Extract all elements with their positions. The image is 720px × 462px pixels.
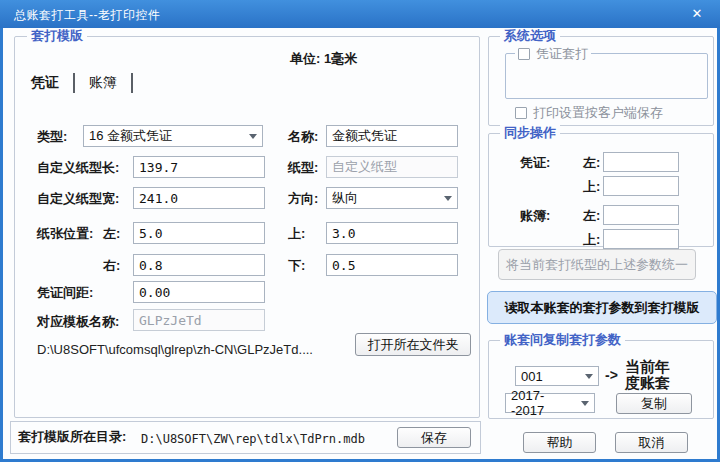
source-account-combobox[interactable]: 001 xyxy=(515,366,599,386)
name-label: 名称: xyxy=(288,128,318,146)
position-top-label: 上: xyxy=(288,225,305,243)
dialog-window: 总账套打工具--老打印控件 ✕ 套打模版 单位: 1毫米 凭证 账簿 类型: 1… xyxy=(0,0,720,462)
orientation-label: 方向: xyxy=(288,190,318,208)
source-account-value: 001 xyxy=(521,369,543,384)
paper-type-label: 纸型: xyxy=(288,159,318,177)
type-combobox-value: 16 金额式凭证 xyxy=(89,127,172,145)
voucher-template-checkbox[interactable]: 凭证套打 xyxy=(515,45,591,63)
sync-operations-groupbox xyxy=(488,133,714,247)
voucher-gap-input[interactable] xyxy=(133,281,265,303)
custom-width-input[interactable] xyxy=(133,187,265,209)
position-bottom-label: 下: xyxy=(288,257,305,275)
cancel-button[interactable]: 取消 xyxy=(615,432,688,453)
sync-book-top-label: 上: xyxy=(583,231,600,249)
sync-book-left-label: 左: xyxy=(583,207,600,225)
copy-button[interactable]: 复制 xyxy=(616,393,692,414)
checkbox-icon xyxy=(518,48,530,60)
tab-separator xyxy=(131,73,133,93)
type-label: 类型: xyxy=(37,128,67,146)
chevron-down-icon xyxy=(585,374,593,379)
sync-voucher-top-label: 上: xyxy=(583,178,600,196)
orientation-combobox-value: 纵向 xyxy=(332,189,358,207)
tab-separator xyxy=(73,73,75,93)
year-range-combobox[interactable]: 2017--2017 xyxy=(505,393,595,413)
template-name-label: 对应模板名称: xyxy=(37,313,119,331)
sync-voucher-label: 凭证: xyxy=(520,154,550,172)
position-left-label: 左: xyxy=(103,225,120,243)
template-dir-value: D:\U8SOFT\ZW\rep\tdlx\TdPrn.mdb xyxy=(141,432,365,446)
position-top-input[interactable] xyxy=(326,222,458,244)
checkbox-icon xyxy=(515,107,527,119)
arrow-icon: -> xyxy=(605,367,618,383)
position-right-input[interactable] xyxy=(133,254,265,276)
client-save-checkbox[interactable]: 打印设置按客户端保存 xyxy=(515,104,663,122)
title-bar: 总账套打工具--老打印控件 ✕ xyxy=(0,0,720,28)
chevron-down-icon xyxy=(444,196,452,201)
sync-book-left-input[interactable] xyxy=(603,205,679,225)
system-options-title: 系统选项 xyxy=(500,28,560,44)
sync-voucher-left-label: 左: xyxy=(583,154,600,172)
unify-params-button: 将当前套打纸型的上述参数统一 xyxy=(498,249,696,280)
custom-length-label: 自定义纸型长: xyxy=(37,159,119,177)
tab-ledger[interactable]: 账簿 xyxy=(83,74,123,92)
target-account-label: 当前年度账套 xyxy=(625,359,675,391)
copy-params-title: 账套间复制套打参数 xyxy=(500,332,625,348)
template-dir-label: 套打模版所在目录: xyxy=(18,428,126,446)
window-title: 总账套打工具--老打印控件 xyxy=(14,7,161,24)
help-button[interactable]: 帮助 xyxy=(523,432,596,453)
sync-operations-title: 同步操作 xyxy=(500,125,560,141)
client-save-checkbox-label: 打印设置按客户端保存 xyxy=(533,104,663,122)
custom-width-label: 自定义纸型宽: xyxy=(37,190,119,208)
close-icon[interactable]: ✕ xyxy=(688,5,706,23)
year-range-value: 2017--2017 xyxy=(511,388,576,418)
chevron-down-icon xyxy=(581,401,589,406)
unit-label: 单位: 1毫米 xyxy=(290,50,357,68)
template-group-title: 套打模版 xyxy=(27,28,87,44)
sync-book-top-input[interactable] xyxy=(603,229,679,249)
name-input[interactable] xyxy=(326,125,458,147)
tab-bar: 凭证 账簿 xyxy=(25,73,141,93)
chevron-down-icon xyxy=(249,134,257,139)
paper-type-input xyxy=(326,156,458,178)
position-bottom-input[interactable] xyxy=(326,254,458,276)
position-right-label: 右: xyxy=(103,257,120,275)
orientation-combobox[interactable]: 纵向 xyxy=(326,187,458,209)
dialog-body: 套打模版 单位: 1毫米 凭证 账簿 类型: 16 金额式凭证 名称: 自定义纸… xyxy=(3,28,717,459)
read-params-button[interactable]: 读取本账套的套打参数到套打模版 xyxy=(487,291,717,324)
custom-length-input[interactable] xyxy=(133,156,265,178)
paper-position-label: 纸张位置: xyxy=(37,225,93,243)
type-combobox[interactable]: 16 金额式凭证 xyxy=(83,125,263,147)
save-button[interactable]: 保存 xyxy=(397,427,471,448)
sync-book-label: 账簿: xyxy=(520,207,550,225)
template-file-path: D:\U8SOFT\ufcomsql\glrep\zh-CN\GLPzJeTd.… xyxy=(37,342,313,357)
template-name-input xyxy=(133,309,265,331)
voucher-template-checkbox-label: 凭证套打 xyxy=(536,45,588,63)
tab-voucher[interactable]: 凭证 xyxy=(25,74,65,92)
position-left-input[interactable] xyxy=(133,222,265,244)
open-folder-button[interactable]: 打开所在文件夹 xyxy=(355,333,471,356)
sync-voucher-left-input[interactable] xyxy=(603,152,679,172)
sync-voucher-top-input[interactable] xyxy=(603,176,679,196)
voucher-gap-label: 凭证间距: xyxy=(37,284,93,302)
